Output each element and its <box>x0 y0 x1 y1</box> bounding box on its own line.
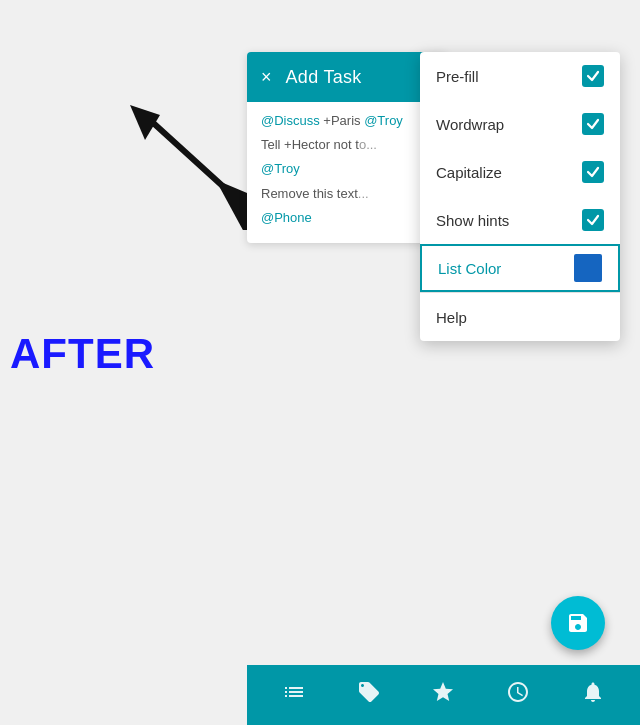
menu-item-prefill[interactable]: Pre-fill <box>420 52 620 100</box>
menu-item-show-hints[interactable]: Show hints <box>420 196 620 244</box>
bottom-icon-alarm[interactable] <box>581 680 605 710</box>
menu-item-label: List Color <box>438 260 501 277</box>
menu-item-label: Show hints <box>436 212 509 229</box>
panel-title: Add Task <box>286 67 362 88</box>
bottom-icon-star[interactable] <box>431 680 455 710</box>
menu-item-label: Capitalize <box>436 164 502 181</box>
checkbox-wordwrap[interactable] <box>582 113 604 135</box>
panel-header: × Add Task <box>247 52 447 102</box>
list-item: @Discuss +Paris @Troy <box>261 112 433 130</box>
menu-item-help[interactable]: Help <box>420 293 620 341</box>
checkbox-prefill[interactable] <box>582 65 604 87</box>
bottom-icon-list[interactable] <box>282 680 306 710</box>
bottom-icon-clock[interactable] <box>506 680 530 710</box>
checkbox-show-hints[interactable] <box>582 209 604 231</box>
menu-item-label: Pre-fill <box>436 68 479 85</box>
list-item: @Troy <box>261 160 433 178</box>
add-task-panel: × Add Task @Discuss +Paris @Troy Tell +H… <box>247 52 447 243</box>
svg-marker-2 <box>130 105 160 140</box>
checkbox-capitalize[interactable] <box>582 161 604 183</box>
menu-item-list-color[interactable]: List Color <box>420 244 620 292</box>
fab-save-button[interactable] <box>551 596 605 650</box>
color-swatch[interactable] <box>574 254 602 282</box>
list-item: @Phone <box>261 209 433 227</box>
list-item: Remove this text... <box>261 185 433 203</box>
svg-line-1 <box>150 120 260 220</box>
menu-item-wordwrap[interactable]: Wordwrap <box>420 100 620 148</box>
after-label: AFTER <box>10 330 155 378</box>
menu-item-capitalize[interactable]: Capitalize <box>420 148 620 196</box>
close-button[interactable]: × <box>261 67 272 88</box>
list-item: Tell +Hector not to... <box>261 136 433 154</box>
menu-item-label: Help <box>436 309 467 326</box>
menu-item-label: Wordwrap <box>436 116 504 133</box>
bottom-bar <box>247 665 640 725</box>
bottom-icon-tag[interactable] <box>357 680 381 710</box>
task-list: @Discuss +Paris @Troy Tell +Hector not t… <box>247 102 447 243</box>
dropdown-menu: Pre-fill Wordwrap Capitalize Show hints … <box>420 52 620 341</box>
